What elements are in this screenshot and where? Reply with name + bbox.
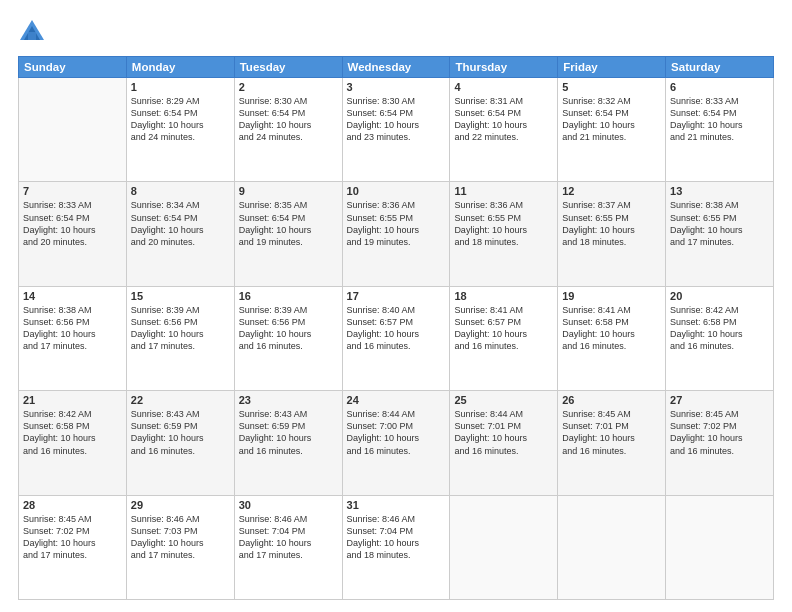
logo bbox=[18, 18, 50, 46]
day-number: 11 bbox=[454, 185, 553, 197]
calendar-cell: 26Sunrise: 8:45 AM Sunset: 7:01 PM Dayli… bbox=[558, 391, 666, 495]
calendar-cell bbox=[666, 495, 774, 599]
calendar-cell: 25Sunrise: 8:44 AM Sunset: 7:01 PM Dayli… bbox=[450, 391, 558, 495]
day-number: 3 bbox=[347, 81, 446, 93]
day-info: Sunrise: 8:40 AM Sunset: 6:57 PM Dayligh… bbox=[347, 304, 446, 353]
calendar-cell: 28Sunrise: 8:45 AM Sunset: 7:02 PM Dayli… bbox=[19, 495, 127, 599]
weekday-header-friday: Friday bbox=[558, 57, 666, 78]
day-number: 23 bbox=[239, 394, 338, 406]
week-row-3: 14Sunrise: 8:38 AM Sunset: 6:56 PM Dayli… bbox=[19, 286, 774, 390]
calendar-cell: 6Sunrise: 8:33 AM Sunset: 6:54 PM Daylig… bbox=[666, 78, 774, 182]
day-info: Sunrise: 8:30 AM Sunset: 6:54 PM Dayligh… bbox=[347, 95, 446, 144]
day-number: 24 bbox=[347, 394, 446, 406]
day-info: Sunrise: 8:30 AM Sunset: 6:54 PM Dayligh… bbox=[239, 95, 338, 144]
weekday-header-row: SundayMondayTuesdayWednesdayThursdayFrid… bbox=[19, 57, 774, 78]
day-info: Sunrise: 8:32 AM Sunset: 6:54 PM Dayligh… bbox=[562, 95, 661, 144]
day-info: Sunrise: 8:46 AM Sunset: 7:04 PM Dayligh… bbox=[347, 513, 446, 562]
day-info: Sunrise: 8:38 AM Sunset: 6:56 PM Dayligh… bbox=[23, 304, 122, 353]
day-number: 6 bbox=[670, 81, 769, 93]
day-info: Sunrise: 8:31 AM Sunset: 6:54 PM Dayligh… bbox=[454, 95, 553, 144]
week-row-4: 21Sunrise: 8:42 AM Sunset: 6:58 PM Dayli… bbox=[19, 391, 774, 495]
calendar-cell: 24Sunrise: 8:44 AM Sunset: 7:00 PM Dayli… bbox=[342, 391, 450, 495]
calendar-cell: 9Sunrise: 8:35 AM Sunset: 6:54 PM Daylig… bbox=[234, 182, 342, 286]
calendar-cell: 8Sunrise: 8:34 AM Sunset: 6:54 PM Daylig… bbox=[126, 182, 234, 286]
day-number: 8 bbox=[131, 185, 230, 197]
calendar-cell bbox=[19, 78, 127, 182]
calendar-cell: 15Sunrise: 8:39 AM Sunset: 6:56 PM Dayli… bbox=[126, 286, 234, 390]
day-number: 10 bbox=[347, 185, 446, 197]
calendar-cell: 11Sunrise: 8:36 AM Sunset: 6:55 PM Dayli… bbox=[450, 182, 558, 286]
calendar-cell: 29Sunrise: 8:46 AM Sunset: 7:03 PM Dayli… bbox=[126, 495, 234, 599]
calendar-cell: 2Sunrise: 8:30 AM Sunset: 6:54 PM Daylig… bbox=[234, 78, 342, 182]
day-info: Sunrise: 8:39 AM Sunset: 6:56 PM Dayligh… bbox=[131, 304, 230, 353]
calendar-cell: 23Sunrise: 8:43 AM Sunset: 6:59 PM Dayli… bbox=[234, 391, 342, 495]
day-number: 9 bbox=[239, 185, 338, 197]
day-number: 16 bbox=[239, 290, 338, 302]
day-number: 13 bbox=[670, 185, 769, 197]
calendar-cell: 31Sunrise: 8:46 AM Sunset: 7:04 PM Dayli… bbox=[342, 495, 450, 599]
week-row-2: 7Sunrise: 8:33 AM Sunset: 6:54 PM Daylig… bbox=[19, 182, 774, 286]
week-row-1: 1Sunrise: 8:29 AM Sunset: 6:54 PM Daylig… bbox=[19, 78, 774, 182]
day-info: Sunrise: 8:46 AM Sunset: 7:04 PM Dayligh… bbox=[239, 513, 338, 562]
day-number: 18 bbox=[454, 290, 553, 302]
week-row-5: 28Sunrise: 8:45 AM Sunset: 7:02 PM Dayli… bbox=[19, 495, 774, 599]
day-number: 4 bbox=[454, 81, 553, 93]
day-number: 19 bbox=[562, 290, 661, 302]
day-info: Sunrise: 8:43 AM Sunset: 6:59 PM Dayligh… bbox=[239, 408, 338, 457]
day-info: Sunrise: 8:29 AM Sunset: 6:54 PM Dayligh… bbox=[131, 95, 230, 144]
day-info: Sunrise: 8:36 AM Sunset: 6:55 PM Dayligh… bbox=[454, 199, 553, 248]
calendar-cell bbox=[558, 495, 666, 599]
calendar-cell: 4Sunrise: 8:31 AM Sunset: 6:54 PM Daylig… bbox=[450, 78, 558, 182]
day-info: Sunrise: 8:42 AM Sunset: 6:58 PM Dayligh… bbox=[23, 408, 122, 457]
day-number: 7 bbox=[23, 185, 122, 197]
day-info: Sunrise: 8:34 AM Sunset: 6:54 PM Dayligh… bbox=[131, 199, 230, 248]
calendar-cell: 22Sunrise: 8:43 AM Sunset: 6:59 PM Dayli… bbox=[126, 391, 234, 495]
day-info: Sunrise: 8:45 AM Sunset: 7:02 PM Dayligh… bbox=[23, 513, 122, 562]
day-number: 26 bbox=[562, 394, 661, 406]
day-number: 25 bbox=[454, 394, 553, 406]
day-number: 2 bbox=[239, 81, 338, 93]
day-number: 1 bbox=[131, 81, 230, 93]
weekday-header-wednesday: Wednesday bbox=[342, 57, 450, 78]
weekday-header-monday: Monday bbox=[126, 57, 234, 78]
calendar-table: SundayMondayTuesdayWednesdayThursdayFrid… bbox=[18, 56, 774, 600]
calendar-cell: 1Sunrise: 8:29 AM Sunset: 6:54 PM Daylig… bbox=[126, 78, 234, 182]
header bbox=[18, 18, 774, 46]
weekday-header-sunday: Sunday bbox=[19, 57, 127, 78]
calendar-cell: 18Sunrise: 8:41 AM Sunset: 6:57 PM Dayli… bbox=[450, 286, 558, 390]
day-info: Sunrise: 8:39 AM Sunset: 6:56 PM Dayligh… bbox=[239, 304, 338, 353]
day-number: 30 bbox=[239, 499, 338, 511]
day-info: Sunrise: 8:41 AM Sunset: 6:58 PM Dayligh… bbox=[562, 304, 661, 353]
day-number: 20 bbox=[670, 290, 769, 302]
weekday-header-thursday: Thursday bbox=[450, 57, 558, 78]
day-number: 17 bbox=[347, 290, 446, 302]
calendar-cell: 3Sunrise: 8:30 AM Sunset: 6:54 PM Daylig… bbox=[342, 78, 450, 182]
day-info: Sunrise: 8:45 AM Sunset: 7:01 PM Dayligh… bbox=[562, 408, 661, 457]
day-info: Sunrise: 8:44 AM Sunset: 7:01 PM Dayligh… bbox=[454, 408, 553, 457]
calendar-cell: 30Sunrise: 8:46 AM Sunset: 7:04 PM Dayli… bbox=[234, 495, 342, 599]
calendar-cell: 17Sunrise: 8:40 AM Sunset: 6:57 PM Dayli… bbox=[342, 286, 450, 390]
weekday-header-saturday: Saturday bbox=[666, 57, 774, 78]
calendar-cell: 27Sunrise: 8:45 AM Sunset: 7:02 PM Dayli… bbox=[666, 391, 774, 495]
page: SundayMondayTuesdayWednesdayThursdayFrid… bbox=[0, 0, 792, 612]
day-number: 21 bbox=[23, 394, 122, 406]
day-info: Sunrise: 8:43 AM Sunset: 6:59 PM Dayligh… bbox=[131, 408, 230, 457]
calendar-cell: 20Sunrise: 8:42 AM Sunset: 6:58 PM Dayli… bbox=[666, 286, 774, 390]
day-number: 5 bbox=[562, 81, 661, 93]
day-number: 12 bbox=[562, 185, 661, 197]
day-info: Sunrise: 8:44 AM Sunset: 7:00 PM Dayligh… bbox=[347, 408, 446, 457]
day-number: 28 bbox=[23, 499, 122, 511]
day-info: Sunrise: 8:42 AM Sunset: 6:58 PM Dayligh… bbox=[670, 304, 769, 353]
calendar-cell: 16Sunrise: 8:39 AM Sunset: 6:56 PM Dayli… bbox=[234, 286, 342, 390]
day-info: Sunrise: 8:33 AM Sunset: 6:54 PM Dayligh… bbox=[670, 95, 769, 144]
calendar-cell: 7Sunrise: 8:33 AM Sunset: 6:54 PM Daylig… bbox=[19, 182, 127, 286]
day-info: Sunrise: 8:37 AM Sunset: 6:55 PM Dayligh… bbox=[562, 199, 661, 248]
day-info: Sunrise: 8:41 AM Sunset: 6:57 PM Dayligh… bbox=[454, 304, 553, 353]
day-info: Sunrise: 8:38 AM Sunset: 6:55 PM Dayligh… bbox=[670, 199, 769, 248]
day-info: Sunrise: 8:46 AM Sunset: 7:03 PM Dayligh… bbox=[131, 513, 230, 562]
day-number: 14 bbox=[23, 290, 122, 302]
day-info: Sunrise: 8:45 AM Sunset: 7:02 PM Dayligh… bbox=[670, 408, 769, 457]
day-number: 31 bbox=[347, 499, 446, 511]
calendar-cell: 10Sunrise: 8:36 AM Sunset: 6:55 PM Dayli… bbox=[342, 182, 450, 286]
weekday-header-tuesday: Tuesday bbox=[234, 57, 342, 78]
